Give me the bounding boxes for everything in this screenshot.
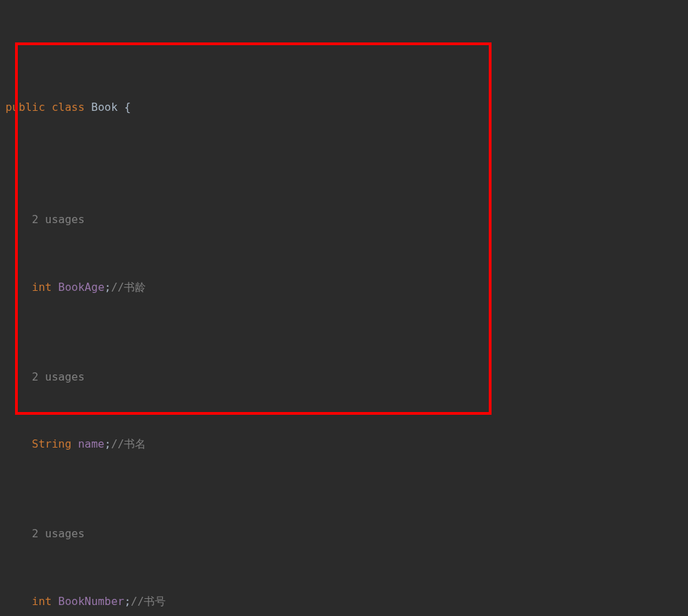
field-name: String name;//书名 — [3, 433, 688, 456]
line-class-decl: public class Book { — [3, 97, 688, 119]
field-booknumber: int BookNumber;//书号 — [3, 591, 688, 613]
class-name: Book — [91, 101, 118, 114]
code-editor[interactable]: public class Book { 2 usages int BookAge… — [0, 0, 688, 616]
open-brace: { — [118, 101, 131, 114]
kw-class: class — [51, 101, 84, 114]
field-bookage: int BookAge;//书龄 — [3, 277, 688, 299]
kw-public: public — [5, 101, 45, 114]
usages-hint: 2 usages — [3, 366, 688, 389]
usages-hint: 2 usages — [3, 523, 688, 546]
usages-hint: 2 usages — [3, 209, 688, 231]
